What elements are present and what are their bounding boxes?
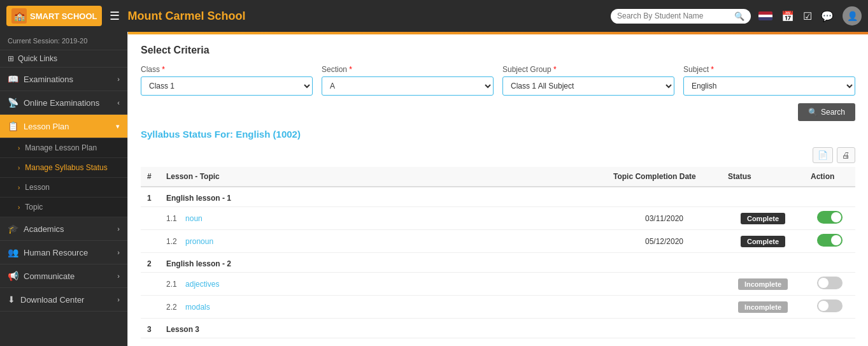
navbar: 🏫 SMART SCHOOL ☰ Mount Carmel School 🔍 📅… [0,0,868,32]
action-cell[interactable] [804,230,855,253]
checkmark-icon[interactable]: ☑ [803,10,812,22]
chevron-right-icon: › [117,225,120,233]
table-row: 2.2 modals Incomplete [141,296,855,319]
action-cell[interactable] [804,296,855,319]
hamburger-icon[interactable]: ☰ [110,9,120,23]
class-select[interactable]: Class 1 Class 2 Class 3 [141,76,313,96]
layout: Current Session: 2019-20 ⊞ Quick Links 📖… [0,32,868,346]
chevron-down-icon: ▾ [116,122,120,131]
sub-topic: 1.1 noun [160,207,607,230]
sub-number [141,273,160,296]
sidebar-item-label: Academics [24,224,64,234]
subitem-label: Manage Lesson Plan [25,143,97,152]
subitem-label: Manage Syllabus Status [25,163,107,172]
table-row: 1.2 pronoun 05/12/2020 Complete [141,230,855,253]
sidebar-item-label: Human Resource [24,248,88,257]
sidebar-subitem-manage-lesson-plan[interactable]: › Manage Lesson Plan [0,138,127,158]
subject-label: Subject * [683,65,855,74]
sidebar-item-label: Lesson Plan [24,122,69,131]
status-badge: Complete [741,236,785,247]
subject-group-label: Subject Group * [502,65,674,74]
table-row: 2.1 adjectives Incomplete [141,273,855,296]
print-icon[interactable]: 🖨 [837,147,855,163]
bullet-icon: › [18,164,20,171]
lesson-number: 2 [141,253,160,273]
sidebar-subitem-topic[interactable]: › Topic [0,198,127,217]
subject-group-field: Subject Group * Class 1 All Subject Clas… [502,65,674,96]
content-area: Select Criteria Class * Class 1 Class 2 … [128,34,868,346]
status-badge: Incomplete [738,278,788,290]
search-bar[interactable]: 🔍 [611,9,751,24]
class-field: Class * Class 1 Class 2 Class 3 [141,65,313,96]
search-button[interactable]: 🔍 Search [798,103,855,121]
sub-topic: 1.2 pronoun [160,230,607,253]
sidebar-item-label: Download Center [20,295,84,305]
sidebar-item-examinations[interactable]: 📖 Examinations › [0,68,127,91]
people-icon: 👥 [8,247,18,257]
calendar-icon[interactable]: 📅 [781,10,794,22]
chevron-left-icon: ‹ [117,99,120,106]
syllabus-subject: English (1002) [236,129,301,140]
subject-group-required: * [551,65,557,74]
grid-icon: ⊞ [8,54,14,63]
logo-text: SMART SCHOOL [30,11,97,21]
clipboard-icon: 📋 [8,121,18,131]
lesson-label: English lesson - 1 [160,187,855,207]
session-label: Current Session: 2019-20 [8,37,120,45]
sidebar-item-lesson-plan[interactable]: 📋 Lesson Plan ▾ [0,115,127,138]
session-info: Current Session: 2019-20 [0,32,127,50]
sub-topic: 2.2 modals [160,296,607,319]
sidebar-item-human-resource[interactable]: 👥 Human Resource › [0,241,127,264]
status-cell: Incomplete [722,296,804,319]
search-btn-row: 🔍 Search [141,103,855,121]
sidebar-subitem-manage-syllabus-status[interactable]: › Manage Syllabus Status [0,158,127,178]
avatar[interactable]: 👤 [843,6,862,25]
status-cell: Complete [722,230,804,253]
lesson-number: 3 [141,319,160,338]
subject-group-select[interactable]: Class 1 All Subject Class 1 Science [502,76,674,96]
completion-date [607,273,722,296]
sidebar-item-communicate[interactable]: 📢 Communicate › [0,264,127,288]
logo-icon: 🏫 [11,8,27,24]
sidebar-item-academics[interactable]: 🎓 Academics › [0,217,127,241]
status-cell: Complete [722,207,804,230]
search-icon[interactable]: 🔍 [734,11,744,21]
subject-select[interactable]: English Mathematics Science [683,76,855,96]
toggle-switch[interactable] [817,277,843,289]
syllabus-table: # Lesson - Topic Topic Completion Date S… [141,167,855,338]
sidebar-item-online-examinations[interactable]: 📡 Online Examinations ‹ [0,91,127,115]
whatsapp-icon[interactable]: 💬 [821,10,834,22]
export-icon[interactable]: 📄 [813,147,833,163]
table-row: 3 Lesson 3 [141,319,855,338]
toggle-switch[interactable] [817,211,843,224]
col-header-completion-date: Topic Completion Date [607,167,722,187]
bullet-icon: › [18,145,20,152]
toggle-switch[interactable] [817,299,843,312]
col-header-lesson-topic: Lesson - Topic [160,167,607,187]
section-required: * [347,65,352,74]
select-criteria-title: Select Criteria [141,45,855,56]
status-badge: Complete [741,213,785,224]
nav-icons: 📅 ☑ 💬 👤 [758,6,862,25]
search-input[interactable] [617,11,730,20]
completion-date: 05/12/2020 [607,230,722,253]
status-cell: Incomplete [722,273,804,296]
flag-icon[interactable] [758,11,772,20]
section-select[interactable]: A B C [322,76,494,96]
sub-number [141,207,160,230]
chevron-right-icon: › [117,249,120,256]
sidebar-item-download-center[interactable]: ⬇ Download Center › [0,288,127,312]
action-icons-row: 📄 🖨 [141,147,855,163]
action-cell[interactable] [804,207,855,230]
sub-topic: 2.1 adjectives [160,273,607,296]
toggle-switch[interactable] [817,234,843,247]
criteria-row: Class * Class 1 Class 2 Class 3 Section … [141,65,855,96]
quick-links[interactable]: ⊞ Quick Links [0,50,127,68]
lesson-number: 1 [141,187,160,207]
class-label: Class * [141,65,313,74]
book-icon: 📖 [8,74,18,84]
chevron-right-icon: › [117,272,120,280]
sidebar-subitem-lesson[interactable]: › Lesson [0,178,127,198]
sidebar-item-label: Online Examinations [24,98,99,108]
action-cell[interactable] [804,273,855,296]
